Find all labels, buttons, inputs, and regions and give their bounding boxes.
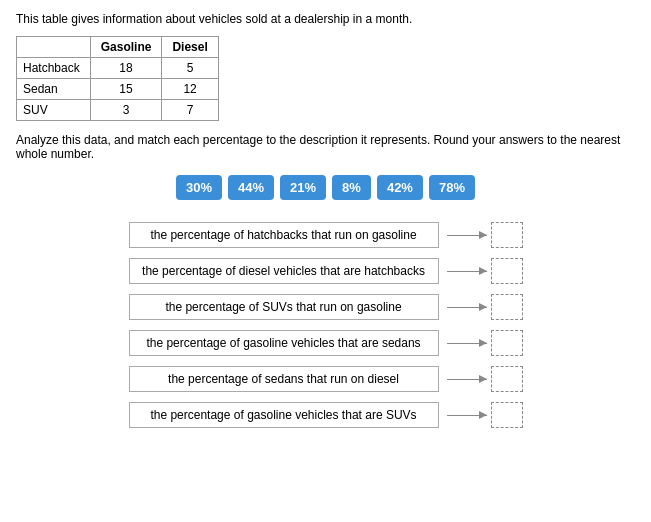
arrow-area-5 <box>447 402 523 428</box>
answer-box-5[interactable] <box>491 402 523 428</box>
intro-text: This table gives information about vehic… <box>16 12 635 26</box>
arrow-area-3 <box>447 330 523 356</box>
match-row: the percentage of diesel vehicles that a… <box>129 258 523 284</box>
description-1: the percentage of diesel vehicles that a… <box>129 258 439 284</box>
arrow-line-3 <box>447 343 487 344</box>
arrow-area-0 <box>447 222 523 248</box>
col-header-gasoline: Gasoline <box>90 37 162 58</box>
answer-box-0[interactable] <box>491 222 523 248</box>
arrow-line-5 <box>447 415 487 416</box>
arrow-line-2 <box>447 307 487 308</box>
arrow-line-0 <box>447 235 487 236</box>
cell-2-1: 3 <box>90 100 162 121</box>
chip-44[interactable]: 44% <box>228 175 274 200</box>
analyze-text: Analyze this data, and match each percen… <box>16 133 635 161</box>
col-header-empty <box>17 37 91 58</box>
match-row: the percentage of gasoline vehicles that… <box>129 402 523 428</box>
chip-21[interactable]: 21% <box>280 175 326 200</box>
answer-box-2[interactable] <box>491 294 523 320</box>
cell-1-2: 12 <box>162 79 218 100</box>
description-4: the percentage of sedans that run on die… <box>129 366 439 392</box>
chip-8[interactable]: 8% <box>332 175 371 200</box>
chip-30[interactable]: 30% <box>176 175 222 200</box>
data-table: Gasoline Diesel Hatchback185Sedan1512SUV… <box>16 36 219 121</box>
cell-0-2: 5 <box>162 58 218 79</box>
chips-container: 30%44%21%8%42%78% <box>16 175 635 200</box>
arrow-area-2 <box>447 294 523 320</box>
match-row: the percentage of hatchbacks that run on… <box>129 222 523 248</box>
arrow-area-1 <box>447 258 523 284</box>
row-label-2: SUV <box>17 100 91 121</box>
match-rows: the percentage of hatchbacks that run on… <box>16 222 635 428</box>
arrow-line-1 <box>447 271 487 272</box>
chip-42[interactable]: 42% <box>377 175 423 200</box>
description-2: the percentage of SUVs that run on gasol… <box>129 294 439 320</box>
description-3: the percentage of gasoline vehicles that… <box>129 330 439 356</box>
answer-box-4[interactable] <box>491 366 523 392</box>
cell-0-1: 18 <box>90 58 162 79</box>
description-0: the percentage of hatchbacks that run on… <box>129 222 439 248</box>
match-row: the percentage of gasoline vehicles that… <box>129 330 523 356</box>
cell-1-1: 15 <box>90 79 162 100</box>
answer-box-3[interactable] <box>491 330 523 356</box>
row-label-0: Hatchback <box>17 58 91 79</box>
match-row: the percentage of sedans that run on die… <box>129 366 523 392</box>
answer-box-1[interactable] <box>491 258 523 284</box>
chip-78[interactable]: 78% <box>429 175 475 200</box>
description-5: the percentage of gasoline vehicles that… <box>129 402 439 428</box>
col-header-diesel: Diesel <box>162 37 218 58</box>
arrow-line-4 <box>447 379 487 380</box>
arrow-area-4 <box>447 366 523 392</box>
match-row: the percentage of SUVs that run on gasol… <box>129 294 523 320</box>
row-label-1: Sedan <box>17 79 91 100</box>
cell-2-2: 7 <box>162 100 218 121</box>
